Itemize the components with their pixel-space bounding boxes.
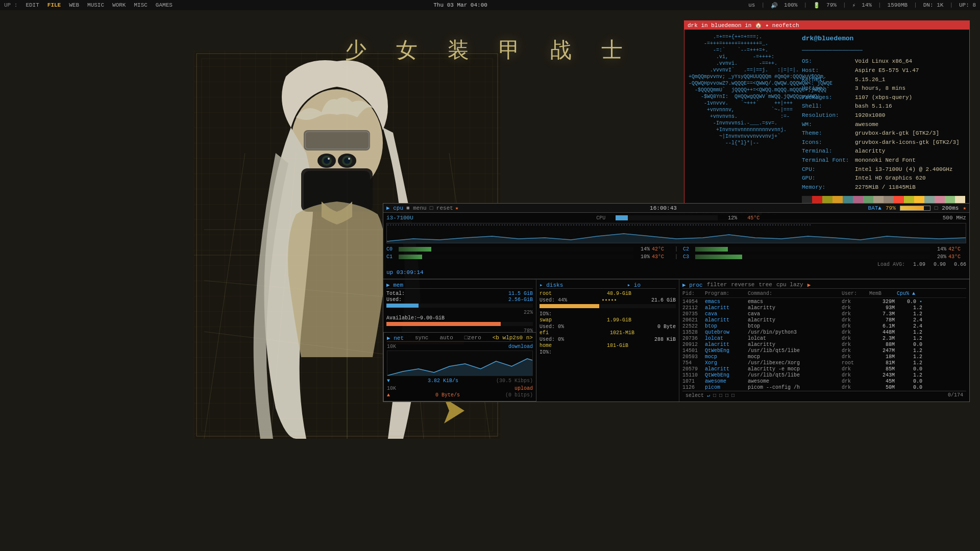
neofetch-key: Host:	[802, 66, 853, 76]
mem-used-row: Used: 2.56-GiB	[386, 297, 533, 303]
topbar-item-edit[interactable]: EDIT	[26, 2, 39, 8]
proc-row-14501[interactable]: 14501 QtWebEng /usr/lib/qt5/libe drk 247…	[682, 348, 966, 354]
proc-row-20579[interactable]: 20579 alacritt alacritty -e mocp drk 85M…	[682, 366, 966, 372]
mem: 88M	[869, 342, 895, 347]
prog: alacritt	[705, 342, 746, 347]
topbar: UP : EDIT FILE WEB MUSIC WORK MISC GAMES…	[0, 0, 980, 10]
pid: 20593	[682, 354, 703, 360]
mem-used-bar	[386, 304, 533, 308]
c1-temp: 43°C	[652, 254, 670, 260]
pid: 14954	[682, 299, 703, 305]
proc-row-20735[interactable]: 20735 cava cava drk 7.3M 1.2	[682, 311, 966, 317]
proc-row-1071[interactable]: 1071 awesome awesome drk 45M 0.0	[682, 379, 966, 384]
bat-fill	[900, 206, 924, 210]
cmd: alacritty	[748, 305, 840, 311]
bat-bar	[900, 206, 930, 211]
pid: 14501	[682, 348, 703, 354]
c1-bar	[399, 255, 633, 259]
load-avg-label: Load AVG:	[877, 262, 905, 267]
proc-row-14954[interactable]: 14954 emacs emacs drk 329M 0.0 ▪	[682, 299, 966, 305]
btop-star: ★	[455, 205, 459, 211]
btop-reset[interactable]: □ reset	[430, 205, 453, 211]
disk-swap-name: swap 1.99-GiB	[540, 317, 676, 323]
disk-root-io: IO%:	[540, 311, 676, 317]
net-max-label: 10K download	[387, 344, 533, 349]
btop-disks-panel: ▸ disks ▸ io root 48.9-GiB Used: 44% ▪▪▪…	[536, 280, 679, 402]
prog: alacritt	[705, 317, 746, 323]
neofetch-window: drk in bluedemon in 🏠 ✦ neofetch .=+==+{…	[684, 20, 970, 219]
proc-row-1126[interactable]: 1126 picom picom --config /h drk 50M 0.0	[682, 385, 966, 390]
btop-menu[interactable]: ■ menu	[406, 205, 427, 211]
topbar-item-web[interactable]: WEB	[69, 2, 79, 8]
col-cmd: Command:	[748, 291, 840, 296]
proc-title[interactable]: ▶ proc	[682, 282, 703, 288]
neofetch-val: 5.15.26_1	[855, 76, 885, 85]
proc-cpu-lazy[interactable]: cpu lazy	[776, 282, 803, 288]
proc-row-754[interactable]: 754 Xorg /usr/libexec/Xorg root 81M 1.2	[682, 360, 966, 366]
cmd: alacritty	[748, 317, 840, 323]
c1-label: C1	[386, 254, 397, 260]
neofetch-os: OS: Void Linux x86_64	[802, 57, 965, 66]
topbar-item-games[interactable]: GAMES	[156, 2, 173, 8]
c0-label: C0	[386, 246, 397, 252]
cmd: mocp	[748, 354, 840, 360]
proc-row-20912[interactable]: 20912 alacritt alacritty drk 88M 0.0	[682, 342, 966, 347]
btop-disks-header: ▸ disks ▸ io	[540, 282, 676, 289]
neofetch-content: .=+==+{++=+===;. -=+++=+++++=++++++=_. -…	[684, 30, 969, 207]
proc-row-15110[interactable]: 15110 QtWebEng /usr/lib/qt5/libe drk 243…	[682, 372, 966, 378]
topbar-item-up[interactable]: UP :	[4, 2, 17, 8]
btop-proc-panel: ▶ proc filter reverse tree cpu lazy ▶ Pi…	[679, 280, 969, 402]
proc-row-13528[interactable]: 13528 qutebrow /usr/bin/python3 drk 448M…	[682, 330, 966, 335]
btop-ms-val: 200ms	[942, 205, 959, 211]
proc-row-20593[interactable]: 20593 mocp mocp drk 18M 1.2	[682, 354, 966, 360]
mem-used-val: 2.56-GiB	[508, 297, 533, 303]
svg-rect-23	[304, 130, 370, 151]
prog: emacs	[705, 299, 746, 305]
topbar-item-music[interactable]: MUSIC	[87, 2, 104, 8]
pid: 20579	[682, 366, 703, 372]
cpu: 1.2	[897, 354, 922, 360]
neofetch-packages: Packages: 1107 (xbps-query)	[802, 93, 965, 103]
disk-root-fill	[540, 304, 599, 308]
topbar-item-work[interactable]: WORK	[112, 2, 126, 8]
proc-row-22112[interactable]: 22112 alacritt alacritty drk 93M 1.2	[682, 305, 966, 311]
disk-efi-name: efi 1021-MiB	[540, 330, 676, 336]
net-sync[interactable]: sync	[415, 335, 428, 341]
c2-label: C2	[683, 246, 693, 252]
net-title[interactable]: ▶ net	[387, 335, 404, 341]
mem-used-pct: 22%	[386, 310, 533, 315]
disk-home-io-label: IO%:	[540, 349, 552, 355]
proc-reverse[interactable]: reverse	[731, 282, 754, 288]
disk-home-io: IO%:	[540, 349, 676, 355]
prog: awesome	[705, 379, 746, 384]
net-auto[interactable]: auto	[439, 335, 453, 341]
proc-row-20736[interactable]: 20736 lolcat lolcat drk 2.3M 1.2	[682, 336, 966, 341]
neofetch-val: Void Linux x86_64	[855, 57, 912, 66]
proc-filter[interactable]: filter	[707, 282, 727, 288]
proc-row-20621[interactable]: 20621 alacritt alacritty drk 78M 2.4	[682, 317, 966, 323]
color-block-14	[935, 196, 945, 203]
net-upload-arrow: ▲	[387, 392, 390, 398]
topbar-item-misc[interactable]: MISC	[134, 2, 147, 8]
cmd: alacritty -e mocp	[748, 366, 840, 372]
cpu-total-temp: 45°C	[747, 215, 760, 221]
net-upload-header: 10K upload	[387, 386, 533, 391]
neofetch-key: GPU:	[802, 174, 853, 183]
net-download-val: 3.82 KiB/s	[428, 378, 458, 384]
neofetch-gpu: GPU: Intel HD Graphics 620	[802, 174, 965, 183]
battery-val: 79%	[826, 2, 837, 8]
btop-cpu-menu[interactable]: ▶ cpu	[386, 205, 403, 211]
topbar-item-file[interactable]: FILE	[47, 2, 61, 8]
color-block-9	[884, 196, 894, 203]
pid: 15110	[682, 372, 703, 378]
prog: Xorg	[705, 360, 746, 366]
neofetch-val: bash 5.1.16	[855, 102, 892, 111]
cpu-core-c2: C2 14% 42°C	[683, 246, 966, 252]
pid: 13528	[682, 330, 703, 335]
proc-row-22522[interactable]: 22522 btop btop drk 6.1M 2.4	[682, 323, 966, 329]
c1-pct: 10%	[635, 254, 650, 260]
net-zero[interactable]: □zero	[464, 335, 481, 341]
proc-tree[interactable]: tree	[758, 282, 772, 288]
cmd: cava	[748, 311, 840, 317]
neofetch-val: gruvbox-dark-icons-gtk [GTK2/3]	[855, 138, 960, 147]
